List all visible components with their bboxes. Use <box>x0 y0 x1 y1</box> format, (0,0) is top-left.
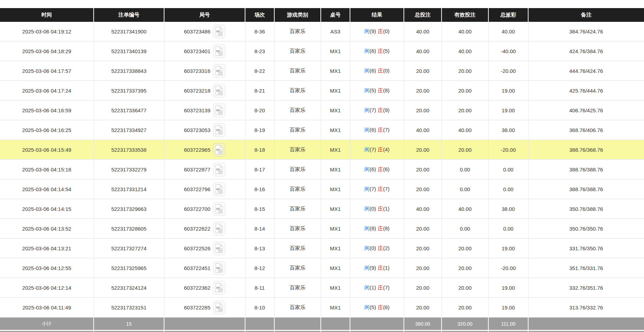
session-cell: 8-16 <box>245 179 274 199</box>
video-replay-icon[interactable] <box>213 123 225 137</box>
table-row[interactable]: 2025-03-06 04:17:57 522317338843 6037233… <box>0 61 644 81</box>
banker-result-score: (0) <box>383 28 389 34</box>
player-result-score: (6) <box>370 48 376 54</box>
table-row[interactable]: 2025-03-06 04:16:25 522317334927 6037230… <box>0 120 644 140</box>
result-cell: 闲(1)庄(7) <box>350 278 404 297</box>
valid-bet-cell: 20.00 <box>442 61 488 81</box>
player-result-score: (0) <box>370 245 376 251</box>
session-cell: 8-13 <box>245 238 274 258</box>
result-cell: 闲(9)庄(0) <box>350 22 404 41</box>
bet-number-cell: 522317337395 <box>94 81 164 100</box>
video-replay-icon[interactable] <box>213 301 225 314</box>
video-replay-icon[interactable] <box>213 163 225 176</box>
player-result-score: (7) <box>370 186 376 192</box>
total-bet-cell: 40.00 <box>404 120 442 140</box>
round-number: 603722526 <box>184 245 210 251</box>
bet-number-cell: 522317325965 <box>94 258 164 278</box>
banker-result-score: (2) <box>383 245 389 251</box>
valid-bet-cell: 20.00 <box>442 140 488 159</box>
video-replay-icon[interactable] <box>213 281 225 295</box>
table-row[interactable]: 2025-03-06 04:16:59 522317336477 6037231… <box>0 100 644 120</box>
video-replay-icon[interactable] <box>213 261 225 275</box>
player-result-label: 闲 <box>364 225 370 231</box>
total-bet-cell: 20.00 <box>404 278 442 297</box>
payout-cell: -40.00 <box>488 41 528 61</box>
session-cell: 8-15 <box>245 199 274 219</box>
bet-number-cell: 522317324124 <box>94 278 164 297</box>
total-bet-cell: 20.00 <box>404 140 442 159</box>
bet-records-table: 时间 注单编号 局号 场次 游戏类别 桌号 结果 总投注 有效投注 总派彩 备注… <box>0 8 644 332</box>
video-replay-icon[interactable] <box>213 64 225 78</box>
result-cell: 闲(6)庄(5) <box>350 41 404 61</box>
video-replay-icon[interactable] <box>213 84 225 98</box>
banker-result-label: 庄 <box>378 127 383 133</box>
video-replay-icon[interactable] <box>213 242 225 255</box>
player-result-label: 闲 <box>364 48 370 54</box>
table-row[interactable]: 2025-03-06 04:14:15 522317329663 6037227… <box>0 199 644 219</box>
payout-cell: 19.00 <box>488 81 528 100</box>
bet-number-cell: 522317341900 <box>94 22 164 41</box>
table-row[interactable]: 2025-03-06 04:12:14 522317324124 6037223… <box>0 278 644 297</box>
grand-total-payout: 111.00 <box>488 331 528 332</box>
table-row[interactable]: 2025-03-06 04:14:54 522317331214 6037227… <box>0 179 644 199</box>
grand-total-count: 15 <box>94 331 164 332</box>
video-replay-icon[interactable] <box>213 202 225 216</box>
col-header-table-no: 桌号 <box>321 8 350 22</box>
table-row[interactable]: 2025-03-06 04:18:29 522317340139 6037234… <box>0 41 644 61</box>
game-type-cell: 百家乐 <box>274 199 321 219</box>
remark-cell: 388.76/388.76 <box>528 159 644 179</box>
col-header-result: 结果 <box>350 8 404 22</box>
round-number-cell: 603722796 <box>164 179 245 199</box>
video-replay-icon[interactable] <box>213 143 225 157</box>
game-type-cell: 百家乐 <box>274 61 321 81</box>
payout-cell: 19.00 <box>488 238 528 258</box>
bet-number-cell: 522317323151 <box>94 297 164 317</box>
video-replay-icon[interactable] <box>213 182 225 196</box>
time-cell: 2025-03-06 04:17:57 <box>0 61 94 81</box>
bet-number-cell: 522317329663 <box>94 199 164 219</box>
total-bet-cell: 40.00 <box>404 41 442 61</box>
subtotal-label: 小计 <box>0 317 94 331</box>
time-cell: 2025-03-06 04:15:18 <box>0 159 94 179</box>
table-row[interactable]: 2025-03-06 04:15:49 522317333538 6037229… <box>0 140 644 159</box>
table-row[interactable]: 2025-03-06 04:17:24 522317337395 6037232… <box>0 81 644 100</box>
game-type-cell: 百家乐 <box>274 159 321 179</box>
video-replay-icon[interactable] <box>213 25 225 38</box>
result-cell: 闲(0)庄(2) <box>350 238 404 258</box>
table-row[interactable]: 2025-03-06 04:19:12 522317341900 6037234… <box>0 22 644 41</box>
grand-total-total-bet: 380.00 <box>404 331 442 332</box>
table-row[interactable]: 2025-03-06 04:15:18 522317332279 6037228… <box>0 159 644 179</box>
video-replay-icon[interactable] <box>213 44 225 58</box>
video-replay-icon[interactable] <box>213 222 225 236</box>
game-type-cell: 百家乐 <box>274 140 321 159</box>
player-result-label: 闲 <box>364 206 370 212</box>
bet-records-page: 时间 注单编号 局号 场次 游戏类别 桌号 结果 总投注 有效投注 总派彩 备注… <box>0 8 644 332</box>
session-cell: 8-18 <box>245 140 274 159</box>
table-number-cell: MX1 <box>321 61 350 81</box>
player-result-score: (6) <box>370 166 376 172</box>
result-cell: 闲(9)庄(1) <box>350 258 404 278</box>
round-number-cell: 603723316 <box>164 61 245 81</box>
round-number: 603723401 <box>184 48 210 54</box>
video-replay-icon[interactable] <box>213 104 225 117</box>
payout-cell: 38.00 <box>488 120 528 140</box>
total-bet-cell: 20.00 <box>404 238 442 258</box>
payout-cell: -20.00 <box>488 140 528 159</box>
banker-result-score: (6) <box>383 166 389 172</box>
table-row[interactable]: 2025-03-06 04:13:52 522317328605 6037226… <box>0 219 644 238</box>
round-number-cell: 603722700 <box>164 199 245 219</box>
bet-number-cell: 522317340139 <box>94 41 164 61</box>
table-number-cell: MX1 <box>321 297 350 317</box>
session-cell: 8-22 <box>245 61 274 81</box>
game-type-cell: 百家乐 <box>274 120 321 140</box>
round-number: 603722877 <box>184 167 210 173</box>
table-row[interactable]: 2025-03-06 04:11:49 522317323151 6037222… <box>0 297 644 317</box>
banker-result-label: 庄 <box>378 186 383 192</box>
valid-bet-cell: 20.00 <box>442 297 488 317</box>
payout-cell: 19.00 <box>488 297 528 317</box>
valid-bet-cell: 20.00 <box>442 238 488 258</box>
table-row[interactable]: 2025-03-06 04:13:21 522317327274 6037225… <box>0 238 644 258</box>
table-row[interactable]: 2025-03-06 04:12:55 522317325965 6037224… <box>0 258 644 278</box>
banker-result-score: (7) <box>383 186 389 192</box>
table-number-cell: AS3 <box>321 22 350 41</box>
